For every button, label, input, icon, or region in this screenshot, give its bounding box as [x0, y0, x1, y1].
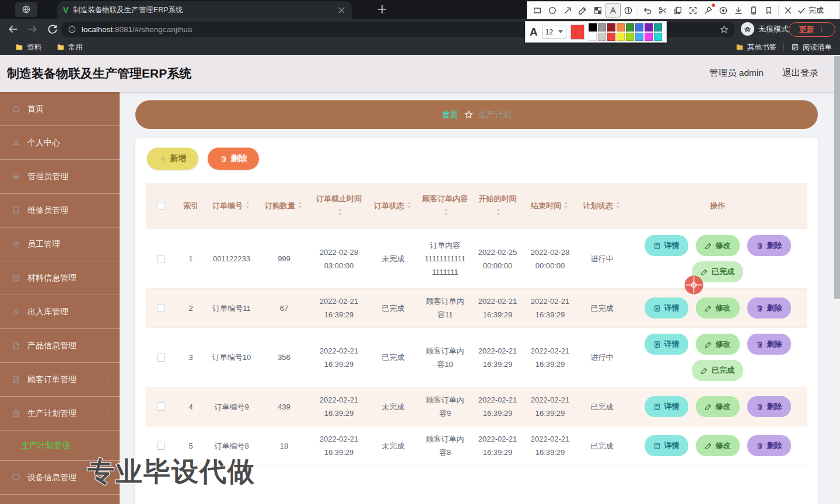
delete-row-button[interactable]: 删除 [747, 235, 791, 256]
bookmark-tool-button[interactable] [761, 3, 776, 18]
download-tool-button[interactable] [731, 3, 746, 18]
pin-tool-button[interactable] [701, 3, 716, 18]
color-swatch[interactable] [598, 33, 606, 41]
column-header-order_no[interactable]: 订单编号 [205, 183, 258, 229]
delete-row-button[interactable]: 删除 [747, 396, 791, 417]
sidebar-item-4[interactable]: 维修员管理 [0, 194, 120, 228]
sidebar-item-2[interactable]: 个人中心 [0, 126, 120, 160]
color-swatch[interactable] [607, 23, 615, 32]
edit-row-button[interactable]: 修改 [696, 235, 740, 256]
reading-list[interactable]: 阅读清单 [791, 43, 832, 52]
copy-tool-button[interactable] [670, 3, 685, 18]
delete-row-button[interactable]: 删除 [747, 298, 791, 318]
logout-button[interactable]: 退出登录 [782, 67, 818, 79]
breadcrumb-home-link[interactable]: 首页 [442, 110, 459, 120]
sidebar-item-9[interactable]: 顾客订单管理 [0, 363, 120, 397]
sort-caret-icon[interactable] [495, 208, 502, 216]
row-checkbox[interactable] [157, 304, 165, 312]
reload-icon[interactable] [47, 23, 58, 35]
bookmark-item[interactable]: 资料 [15, 43, 41, 52]
column-header-order_status[interactable]: 订单状态 [368, 183, 419, 229]
sort-caret-icon[interactable] [406, 201, 412, 209]
color-swatch[interactable] [654, 33, 662, 41]
column-header-deadline[interactable]: 订单截止时间 [310, 183, 368, 229]
complete-row-button[interactable]: 已完成 [692, 360, 743, 381]
edit-row-button[interactable]: 修改 [696, 298, 740, 318]
update-button[interactable]: 更新 [789, 22, 835, 37]
row-checkbox[interactable] [157, 354, 165, 362]
arrow-tool-button[interactable] [560, 3, 575, 18]
color-swatch[interactable] [635, 33, 643, 41]
color-swatch[interactable] [617, 33, 625, 41]
sidebar-item-7[interactable]: 出入库管理 [0, 295, 120, 329]
scan-tool-button[interactable] [685, 3, 701, 18]
browser-logo[interactable] [15, 2, 37, 17]
sidebar-item-5[interactable]: 员工管理 [0, 228, 120, 261]
sort-caret-icon[interactable] [563, 201, 569, 209]
add-button[interactable]: 新增 [147, 148, 198, 170]
number-tool-button[interactable] [621, 3, 636, 18]
scissors-tool-button[interactable] [655, 3, 670, 18]
column-header-content[interactable]: 顾客订单内容 [419, 183, 471, 229]
color-swatch[interactable] [607, 33, 615, 41]
sidebar-item-1[interactable]: 首页 [0, 92, 120, 126]
column-header-start_time[interactable]: 开始的时间 [471, 183, 524, 229]
detail-row-button[interactable]: 详情 [645, 396, 688, 417]
edit-row-button[interactable]: 修改 [696, 435, 740, 456]
color-swatch[interactable] [626, 23, 634, 32]
sidebar-item-6[interactable]: 材料信息管理 [0, 261, 120, 295]
current-color-swatch[interactable] [570, 24, 584, 40]
sidebar-item-10[interactable]: 生产计划管理 [0, 397, 120, 430]
font-size-select[interactable]: 12 [542, 26, 567, 38]
detail-row-button[interactable]: 详情 [645, 235, 688, 256]
color-swatch[interactable] [645, 33, 653, 41]
row-checkbox[interactable] [157, 255, 165, 263]
browser-tab[interactable]: V 制造装备物联及生产管理ERP系统 [57, 1, 352, 19]
color-swatch[interactable] [645, 23, 653, 32]
record-tool-button[interactable] [716, 3, 731, 18]
color-swatch[interactable] [589, 33, 597, 41]
site-info-icon[interactable] [68, 25, 76, 34]
select-all-checkbox[interactable] [157, 202, 165, 210]
color-swatch[interactable] [589, 23, 597, 32]
color-swatch[interactable] [635, 23, 643, 32]
rect-tool-button[interactable] [530, 3, 545, 18]
sidebar-item-3[interactable]: 管理员管理 [0, 160, 120, 194]
tab-close-icon[interactable] [337, 6, 346, 15]
sort-caret-icon[interactable] [297, 201, 303, 209]
delete-row-button[interactable]: 删除 [747, 435, 791, 456]
scrollbar-thumb[interactable] [834, 56, 840, 299]
column-header-end_time[interactable]: 结束时间 [524, 183, 576, 229]
delete-row-button[interactable]: 删除 [747, 334, 791, 355]
other-bookmarks[interactable]: 其他书签 [736, 43, 776, 52]
column-header-quantity[interactable]: 订购数量 [258, 183, 310, 229]
circle-tool-button[interactable] [545, 3, 560, 18]
row-checkbox[interactable] [157, 402, 165, 411]
detail-row-button[interactable]: 详情 [645, 334, 688, 355]
sort-caret-icon[interactable] [615, 201, 621, 209]
sort-caret-icon[interactable] [337, 208, 343, 216]
sidebar-item-8[interactable]: 产品信息管理 [0, 329, 120, 363]
color-swatch[interactable] [626, 33, 634, 41]
row-checkbox[interactable] [157, 442, 165, 450]
mosaic-tool-button[interactable] [590, 3, 606, 18]
forward-icon[interactable] [27, 23, 38, 35]
color-swatch[interactable] [654, 23, 662, 32]
color-swatch[interactable] [617, 23, 625, 32]
back-icon[interactable] [7, 23, 19, 35]
text-tool-button[interactable] [606, 3, 621, 18]
new-tab-button[interactable] [376, 4, 388, 15]
edit-row-button[interactable]: 修改 [696, 396, 740, 417]
column-header-plan_status[interactable]: 计划状态 [576, 183, 628, 229]
close-tool-button[interactable] [780, 3, 796, 18]
bookmark-star-icon[interactable] [719, 24, 729, 34]
pencil-tool-button[interactable] [575, 3, 590, 18]
delete-button[interactable]: 删除 [208, 148, 259, 170]
bookmark-item[interactable]: 常用 [57, 43, 83, 52]
detail-row-button[interactable]: 详情 [645, 435, 688, 456]
device-tool-button[interactable] [746, 3, 761, 18]
undo-tool-button[interactable] [640, 3, 655, 18]
finish-button[interactable]: 完成 [796, 5, 825, 16]
page-scrollbar[interactable] [834, 55, 840, 504]
color-swatch[interactable] [598, 23, 606, 32]
